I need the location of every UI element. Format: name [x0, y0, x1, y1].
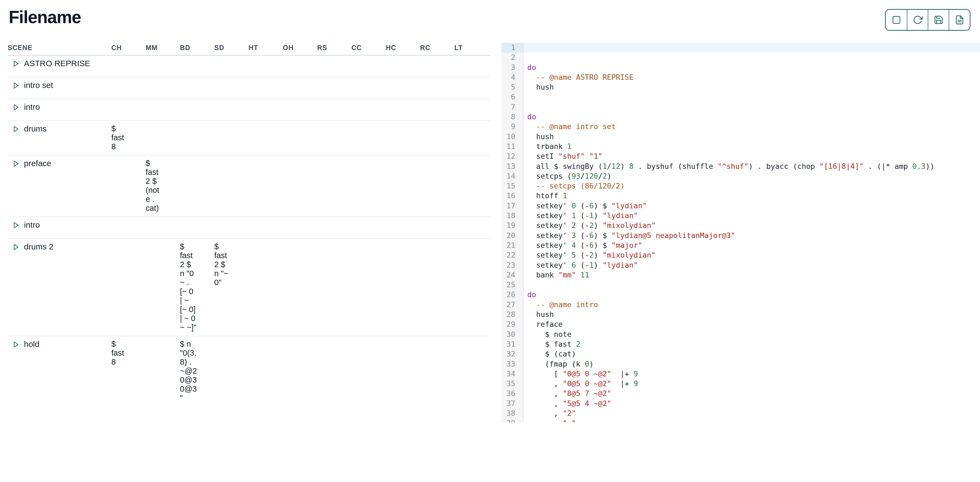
- code-line[interactable]: 2: [501, 52, 980, 62]
- code-line-content[interactable]: do: [523, 63, 980, 72]
- code-line-content[interactable]: bank "mm" 11: [523, 270, 980, 280]
- code-line-content[interactable]: [523, 102, 980, 112]
- code-line-content[interactable]: trbank 1: [523, 142, 980, 151]
- code-line-content[interactable]: setkey' 0 (-6) $ "lydian": [523, 201, 980, 211]
- code-line-content[interactable]: $ (cat): [523, 349, 980, 359]
- code-line-content[interactable]: setkey' 2 (-2) "mixolydian": [523, 221, 980, 231]
- code-line[interactable]: 3do: [501, 63, 980, 72]
- expand-triangle-icon[interactable]: [13, 243, 20, 251]
- code-line-content[interactable]: $ fast 2: [523, 339, 980, 349]
- code-line[interactable]: 13 all $ swingBy (1/12) 8 . byshuf (shuf…: [501, 161, 980, 171]
- scene-row[interactable]: intro: [8, 217, 490, 239]
- code-line-content[interactable]: hush: [523, 310, 980, 320]
- code-line-content[interactable]: setkey' 3 (-6) $ "lydian@5 neapolitanMaj…: [523, 231, 980, 240]
- code-line[interactable]: 27 -- @name intro: [501, 300, 980, 310]
- scene-row[interactable]: drums 2$ fast 2 $ n "0 ~ . [~ 0 | ~ [~ 0…: [8, 239, 490, 336]
- save-button[interactable]: [928, 10, 949, 30]
- code-line[interactable]: 11 trbank 1: [501, 142, 980, 151]
- code-line[interactable]: 30 $ note: [501, 329, 980, 339]
- code-line[interactable]: 8do: [501, 112, 980, 122]
- code-line[interactable]: 29 reface: [501, 320, 980, 329]
- expand-triangle-icon[interactable]: [13, 82, 20, 90]
- code-line[interactable]: 21 setkey' 4 (-6) $ "major": [501, 240, 980, 250]
- code-line[interactable]: 10 hush: [501, 132, 980, 142]
- code-editor[interactable]: 123do4 -- @name ASTRO REPRISE5 hush678do…: [501, 42, 980, 422]
- expand-triangle-icon[interactable]: [13, 160, 20, 168]
- expand-triangle-icon[interactable]: [13, 60, 20, 68]
- code-line-content[interactable]: , "0@5 0 ~@2" |+ 9: [523, 379, 980, 388]
- code-line-content[interactable]: [523, 52, 980, 62]
- code-line[interactable]: 16 htoff 1: [501, 191, 980, 201]
- code-line[interactable]: 14 setcps (93/120/2): [501, 171, 980, 181]
- stop-button[interactable]: [886, 10, 907, 30]
- code-line-content[interactable]: $ note: [523, 329, 980, 339]
- code-line[interactable]: 7: [501, 102, 980, 112]
- scene-label: intro: [24, 220, 40, 229]
- code-line[interactable]: 12 setI "shuf" "1": [501, 151, 980, 161]
- expand-triangle-icon[interactable]: [13, 126, 20, 134]
- scene-row[interactable]: intro set: [8, 77, 490, 99]
- code-line[interactable]: 38 , "2": [501, 409, 980, 418]
- code-line-content[interactable]: htoff 1: [523, 191, 980, 201]
- code-line-content[interactable]: , "2": [523, 409, 980, 418]
- code-line[interactable]: 22 setkey' 5 (-2) "mixolydian": [501, 250, 980, 260]
- scene-row[interactable]: drums$ fast 8: [8, 121, 490, 156]
- code-line-content[interactable]: hush: [523, 132, 980, 142]
- code-line-content[interactable]: all $ swingBy (1/12) 8 . byshuf (shuffle…: [523, 161, 980, 171]
- expand-triangle-icon[interactable]: [13, 104, 20, 112]
- code-line[interactable]: 9 -- @name intro set: [501, 122, 980, 132]
- code-line[interactable]: 15 -- setcps (86/120/2): [501, 181, 980, 191]
- code-line-content[interactable]: do: [523, 290, 980, 299]
- code-line[interactable]: 36 , "8@5 7 ~@2": [501, 388, 980, 398]
- code-line[interactable]: 32 $ (cat): [501, 349, 980, 359]
- code-line[interactable]: 24 bank "mm" 11: [501, 270, 980, 280]
- scene-row[interactable]: intro: [8, 99, 490, 121]
- code-line[interactable]: 33 (fmap (k 0): [501, 359, 980, 369]
- code-line-content[interactable]: (fmap (k 0): [523, 359, 980, 369]
- code-line-content[interactable]: [ "0@5 0 ~@2" |+ 9: [523, 369, 980, 379]
- code-line-content[interactable]: reface: [523, 320, 980, 329]
- code-line-content[interactable]: setkey' 5 (-2) "mixolydian": [523, 250, 980, 260]
- code-line-content[interactable]: hush: [523, 82, 980, 92]
- code-line[interactable]: 26do: [501, 290, 980, 299]
- code-line-content[interactable]: setkey' 4 (-6) $ "major": [523, 240, 980, 250]
- code-line-content[interactable]: -- @name intro set: [523, 122, 980, 132]
- code-line[interactable]: 37 , "5@5 4 ~@2": [501, 399, 980, 409]
- code-line-content[interactable]: -- @name ASTRO REPRISE: [523, 72, 980, 82]
- code-line-content[interactable]: -- setcps (86/120/2): [523, 181, 980, 191]
- code-line-content[interactable]: do: [523, 112, 980, 122]
- code-line[interactable]: 23 setkey' 6 (-1) "lydian": [501, 260, 980, 270]
- code-line[interactable]: 31 $ fast 2: [501, 339, 980, 349]
- code-line[interactable]: 6: [501, 92, 980, 102]
- code-line-content[interactable]: setcps (93/120/2): [523, 171, 980, 181]
- code-line-content[interactable]: setkey' 1 (-1) "lydian": [523, 211, 980, 221]
- code-line[interactable]: 1: [501, 43, 980, 52]
- code-line[interactable]: 19 setkey' 2 (-2) "mixolydian": [501, 221, 980, 231]
- code-line[interactable]: 18 setkey' 1 (-1) "lydian": [501, 211, 980, 221]
- code-line[interactable]: 20 setkey' 3 (-6) $ "lydian@5 neapolitan…: [501, 231, 980, 240]
- code-line-content[interactable]: [523, 43, 980, 52]
- code-line[interactable]: 35 , "0@5 0 ~@2" |+ 9: [501, 379, 980, 388]
- code-line[interactable]: 28 hush: [501, 310, 980, 320]
- code-line-content[interactable]: [523, 280, 980, 290]
- file-button[interactable]: [949, 10, 970, 30]
- scene-row[interactable]: ASTRO REPRISE: [8, 56, 490, 77]
- code-line[interactable]: 25: [501, 280, 980, 290]
- code-line-content[interactable]: setkey' 6 (-1) "lydian": [523, 260, 980, 270]
- code-line-content[interactable]: , "~": [523, 418, 980, 422]
- code-line[interactable]: 5 hush: [501, 82, 980, 92]
- code-line[interactable]: 4 -- @name ASTRO REPRISE: [501, 72, 980, 82]
- scene-row[interactable]: hold$ fast 8$ n "0(3,8) . ~@2 0@3 0@3 ": [8, 336, 490, 406]
- code-line-content[interactable]: , "5@5 4 ~@2": [523, 399, 980, 409]
- code-line[interactable]: 34 [ "0@5 0 ~@2" |+ 9: [501, 369, 980, 379]
- refresh-button[interactable]: [907, 10, 928, 30]
- code-line[interactable]: 17 setkey' 0 (-6) $ "lydian": [501, 201, 980, 211]
- code-line-content[interactable]: setI "shuf" "1": [523, 151, 980, 161]
- code-line-content[interactable]: -- @name intro: [523, 300, 980, 310]
- scene-row[interactable]: preface$ fast 2 $ (note . cat): [8, 156, 490, 217]
- code-line-content[interactable]: , "8@5 7 ~@2": [523, 388, 980, 398]
- code-line-content[interactable]: [523, 92, 980, 102]
- expand-triangle-icon[interactable]: [13, 222, 20, 230]
- expand-triangle-icon[interactable]: [13, 341, 20, 349]
- code-line[interactable]: 39 , "~": [501, 418, 980, 422]
